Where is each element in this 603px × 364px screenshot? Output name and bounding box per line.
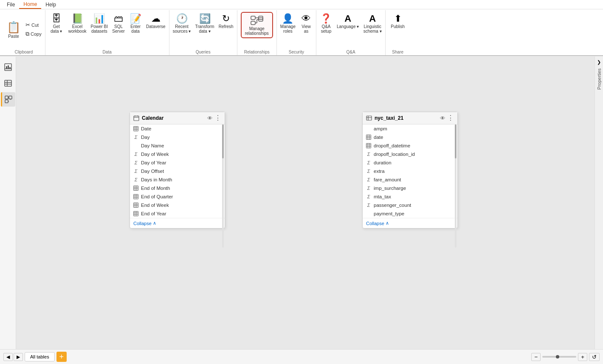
list-item[interactable]: End of Quarter: [130, 192, 225, 201]
nyc-taxi-scroll-track[interactable]: [455, 124, 456, 248]
list-item[interactable]: date: [363, 133, 457, 141]
list-item[interactable]: Σ Days in Month: [130, 175, 225, 184]
svg-rect-11: [8, 65, 9, 69]
svg-rect-0: [251, 16, 255, 20]
refresh-button[interactable]: ↻ Refresh: [217, 12, 235, 30]
list-item[interactable]: End of Week: [130, 201, 225, 209]
calendar-scroll-thumb[interactable]: [222, 124, 224, 158]
qa-setup-button[interactable]: ❓ Q&Asetup: [318, 12, 334, 35]
zoom-plus-btn[interactable]: +: [578, 353, 587, 361]
sidebar-icon-data[interactable]: [1, 76, 15, 90]
svg-rect-52: [366, 116, 372, 120]
zoom-slider[interactable]: [542, 356, 576, 358]
left-sidebar: [0, 56, 16, 349]
table-icon: [366, 143, 371, 148]
svg-rect-10: [6, 66, 7, 69]
nyc-taxi-eye-icon[interactable]: 👁: [440, 115, 445, 121]
right-sidebar-arrow[interactable]: ❯: [595, 56, 603, 65]
list-item[interactable]: Σ Day: [130, 133, 225, 141]
nyc-taxi-table-header[interactable]: nyc_taxi_21 👁 ⋮: [363, 112, 457, 124]
view-as-button[interactable]: 👁 Viewas: [298, 12, 314, 35]
svg-rect-17: [5, 96, 8, 99]
nyc-taxi-table-name: nyc_taxi_21: [375, 115, 403, 121]
excel-button[interactable]: 📗 Excelworkbook: [67, 12, 88, 35]
ribbon-group-data: 🗄 Getdata ▾ 📗 Excelworkbook 📊 Power BIda…: [45, 10, 169, 55]
menu-home[interactable]: Home: [19, 0, 41, 9]
linguistic-schema-button[interactable]: A Linguisticschema ▾: [361, 12, 383, 35]
transform-data-button[interactable]: 🔄 Transformdata ▾: [193, 12, 216, 35]
prev-tab-btn[interactable]: ◀: [3, 353, 13, 361]
list-item[interactable]: Day Name: [130, 141, 225, 150]
list-item[interactable]: payment_type: [363, 209, 457, 218]
manage-relationships-icon: [251, 14, 263, 26]
right-sidebar-label[interactable]: Properties: [597, 68, 602, 90]
list-item[interactable]: End of Year: [130, 209, 225, 218]
right-sidebar: ❯ Properties: [595, 56, 603, 349]
power-bi-datasets-button[interactable]: 📊 Power BIdatasets: [89, 12, 110, 35]
calendar-menu-icon[interactable]: ⋮: [214, 115, 221, 121]
menu-help[interactable]: Help: [41, 1, 60, 8]
spacer-icon: [366, 126, 371, 131]
svg-rect-55: [366, 135, 371, 140]
add-table-btn[interactable]: +: [56, 352, 67, 362]
enter-data-button[interactable]: 📝 Enterdata: [127, 12, 144, 35]
cut-button[interactable]: ✂ Cut: [24, 21, 43, 29]
calendar-collapse-btn[interactable]: Collapse ∧: [130, 218, 225, 228]
list-item[interactable]: Σ mta_tax: [363, 192, 457, 201]
list-item[interactable]: dropoff_datetime: [363, 141, 457, 150]
recent-sources-button[interactable]: 🕐 Recentsources ▾: [171, 12, 193, 35]
sigma-icon: Σ: [133, 177, 138, 182]
copy-button[interactable]: ⧉ Copy: [24, 30, 43, 38]
sigma-icon: Σ: [366, 186, 371, 191]
ribbon-group-clipboard: 📋 Paste ✂ Cut ⧉ Copy Clipboard: [3, 10, 45, 55]
list-item[interactable]: Σ Day of Week: [130, 150, 225, 158]
sidebar-icon-model[interactable]: [1, 92, 15, 107]
publish-button[interactable]: ⬆ Publish: [387, 12, 408, 30]
calendar-table-name: Calendar: [142, 115, 163, 121]
nyc-taxi-collapse-btn[interactable]: Collapse ∧: [363, 218, 457, 228]
get-data-button[interactable]: 🗄 Getdata ▾: [47, 12, 66, 35]
sidebar-icon-report[interactable]: [1, 60, 15, 74]
list-item[interactable]: Σ imp_surcharge: [363, 184, 457, 192]
list-item[interactable]: Σ fare_amount: [363, 175, 457, 184]
calendar-scroll-track[interactable]: [222, 124, 224, 248]
sql-server-button[interactable]: 🗃 SQLServer: [110, 12, 127, 35]
all-tables-tab[interactable]: All tables: [25, 352, 55, 361]
list-item[interactable]: Σ passenger_count: [363, 201, 457, 209]
calendar-table-header[interactable]: Calendar 👁 ⋮: [130, 112, 225, 124]
calendar-icon: [133, 115, 139, 121]
dataverse-button[interactable]: ☁ Dataverse: [144, 12, 167, 30]
svg-rect-47: [134, 212, 138, 216]
calendar-eye-icon[interactable]: 👁: [207, 115, 213, 121]
manage-relationships-button[interactable]: Managerelationships: [241, 12, 273, 38]
svg-rect-23: [134, 116, 139, 121]
sigma-icon: Σ: [366, 177, 371, 182]
ribbon-group-qa: ❓ Q&Asetup A Language ▾ A Linguisticsche…: [316, 10, 386, 55]
ribbon-group-relationships: Managerelationships Relationships: [237, 10, 277, 55]
list-item[interactable]: Σ Day of Year: [130, 158, 225, 167]
bottom-bar: ◀ ▶ All tables + − + ↺: [0, 349, 603, 364]
list-item[interactable]: Σ duration: [363, 158, 457, 167]
list-item[interactable]: Σ Day Offset: [130, 167, 225, 175]
nyc-taxi-menu-icon[interactable]: ⋮: [447, 115, 454, 121]
manage-roles-button[interactable]: 👤 Manageroles: [279, 12, 297, 35]
zoom-reset-btn[interactable]: ↺: [589, 353, 600, 361]
zoom-minus-btn[interactable]: −: [531, 353, 541, 361]
list-item[interactable]: Date: [130, 124, 225, 133]
list-item[interactable]: ampm: [363, 124, 457, 133]
menu-file[interactable]: File: [3, 1, 19, 8]
list-item[interactable]: End of Month: [130, 184, 225, 192]
sigma-icon: Σ: [366, 203, 371, 208]
language-button[interactable]: A Language ▾: [335, 12, 361, 30]
svg-rect-13: [5, 80, 11, 86]
date-table-icon: [133, 126, 138, 131]
next-tab-btn[interactable]: ▶: [14, 353, 23, 361]
paste-button[interactable]: 📋 Paste: [4, 20, 23, 40]
nyc-taxi-scroll-thumb[interactable]: [455, 124, 456, 158]
sigma-icon: Σ: [366, 169, 371, 174]
calendar-fields: Date Σ Day Day Name Σ Day of Week: [130, 124, 225, 218]
list-item[interactable]: Σ extra: [363, 167, 457, 175]
list-item[interactable]: Σ dropoff_location_id: [363, 150, 457, 158]
nyc-taxi-table-card: nyc_taxi_21 👁 ⋮ ampm: [362, 112, 458, 229]
svg-rect-12: [9, 67, 11, 69]
